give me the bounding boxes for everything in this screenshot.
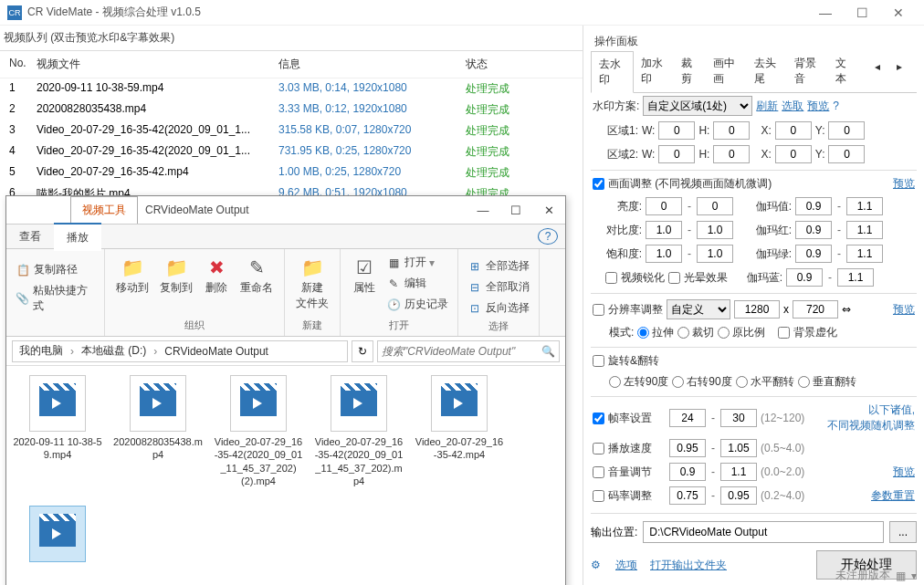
res-w[interactable]	[734, 300, 780, 319]
menu-play[interactable]: 播放	[54, 223, 101, 251]
tab-1[interactable]: 加水印	[634, 51, 675, 92]
br-b[interactable]	[720, 486, 757, 505]
tab-0[interactable]: 去水印	[591, 51, 634, 93]
tab-left-icon[interactable]: ◂	[867, 56, 887, 88]
rot-left[interactable]: 左转90度	[609, 374, 668, 390]
rotate-check[interactable]: 旋转&翻转	[593, 353, 659, 369]
mode-crop[interactable]: 裁切	[677, 325, 714, 340]
layout-icon[interactable]: ▦	[896, 569, 906, 582]
search-box[interactable]: 🔍	[377, 340, 560, 362]
contrast-b[interactable]	[697, 221, 733, 239]
tab-3[interactable]: 画中画	[706, 51, 747, 92]
properties-button[interactable]: ☑属性	[346, 253, 383, 298]
video-row[interactable]: 12020-09-11 10-38-59.mp43.03 MB, 0:14, 1…	[0, 78, 583, 99]
fps-b[interactable]	[720, 409, 757, 427]
explorer-close[interactable]: ✕	[532, 204, 565, 217]
speed-check[interactable]: 播放速度	[593, 441, 666, 456]
tab-6[interactable]: 文本	[828, 51, 860, 92]
options-link[interactable]: 选项	[615, 558, 637, 573]
region1-w[interactable]	[658, 121, 695, 140]
gamma-b-a[interactable]	[786, 268, 823, 287]
refresh-link[interactable]: 刷新	[756, 99, 778, 114]
breadcrumb[interactable]: 我的电脑› 本地磁盘 (D:)› CRVideoMate Output	[12, 340, 348, 362]
swap-icon[interactable]: ⇔	[842, 303, 851, 316]
file-item[interactable]: 20200828035438.mp4	[112, 375, 204, 487]
gamma-b[interactable]	[846, 197, 883, 215]
brightness-a[interactable]	[646, 197, 682, 215]
preview-link-3[interactable]: 预览	[893, 302, 915, 318]
video-row[interactable]: 220200828035438.mp43.33 MB, 0:12, 1920x1…	[0, 99, 583, 120]
select-link[interactable]: 选取	[782, 99, 803, 114]
brightness-b[interactable]	[697, 197, 733, 215]
file-item[interactable]: Video_20-07-29_16-35-42.mp4	[414, 375, 505, 487]
video-row[interactable]: 5Video_20-07-29_16-35-42.mp41.00 MB, 0:2…	[0, 162, 583, 183]
history-button[interactable]: 🕑历史记录	[383, 295, 452, 314]
file-item[interactable]	[12, 506, 103, 562]
file-item[interactable]: Video_20-07-29_16-35-42(2020_09_01_11_45…	[313, 375, 404, 487]
video-row[interactable]: 4Video_20-07-29_16-35-42(2020_09_01_1...…	[0, 141, 583, 162]
sat-b[interactable]	[697, 245, 733, 263]
paste-shortcut-button[interactable]: 📎粘贴快捷方式	[12, 281, 99, 316]
speed-a[interactable]	[669, 439, 706, 457]
volume-check[interactable]: 音量调节	[593, 465, 666, 480]
sharpen-check[interactable]: 视频锐化	[605, 270, 665, 286]
fps-check[interactable]: 帧率设置	[593, 411, 666, 426]
maximize-button[interactable]: ☐	[844, 5, 880, 20]
preview-link-4[interactable]: 预览	[893, 465, 915, 480]
resolution-check[interactable]: 分辨率调整	[593, 302, 663, 318]
picture-adjust-check[interactable]: 画面调整 (不同视频画面随机微调)	[593, 176, 772, 192]
open-button[interactable]: ▦打开▾	[383, 253, 452, 272]
reset-params-link[interactable]: 参数重置	[871, 488, 915, 504]
resolution-mode-select[interactable]: 自定义	[667, 299, 730, 319]
close-button[interactable]: ✕	[880, 5, 917, 20]
preview-link-2[interactable]: 预览	[893, 176, 915, 192]
help-icon[interactable]: ?	[538, 228, 558, 245]
rot-right[interactable]: 右转90度	[672, 374, 731, 390]
fps-a[interactable]	[669, 409, 706, 427]
gamma-g-b[interactable]	[846, 245, 883, 263]
vol-a[interactable]	[669, 463, 706, 481]
menu-view[interactable]: 查看	[6, 224, 54, 250]
search-input[interactable]	[382, 345, 541, 358]
region2-h[interactable]	[713, 145, 750, 163]
region1-y[interactable]	[828, 121, 865, 140]
file-item[interactable]: 2020-09-11 10-38-59.mp4	[12, 375, 103, 487]
open-output-link[interactable]: 打开输出文件夹	[650, 558, 727, 573]
mode-ratio[interactable]: 原比例	[718, 325, 765, 340]
gamma-b-b[interactable]	[837, 268, 874, 287]
halo-check[interactable]: 光晕效果	[668, 270, 728, 286]
bg-blur-check[interactable]: 背景虚化	[778, 325, 837, 340]
region2-x[interactable]	[775, 145, 812, 163]
select-all-button[interactable]: ⊞全部选择	[464, 256, 533, 276]
rename-button[interactable]: ✎重命名	[235, 253, 278, 298]
region2-w[interactable]	[658, 145, 695, 163]
browse-button[interactable]: ...	[889, 521, 917, 543]
output-path[interactable]	[643, 521, 884, 543]
file-item[interactable]: Video_20-07-29_16-35-42(2020_09_01_11_45…	[213, 375, 304, 487]
explorer-tab-video-tools[interactable]: 视频工具	[70, 196, 138, 224]
edit-button[interactable]: ✎编辑	[383, 274, 452, 293]
chevron-down-icon[interactable]: ▾	[911, 569, 917, 582]
speed-b[interactable]	[720, 439, 757, 457]
new-folder-button[interactable]: 📁新建 文件夹	[290, 253, 334, 313]
select-none-button[interactable]: ⊟全部取消	[464, 277, 533, 297]
flip-v[interactable]: 垂直翻转	[798, 374, 856, 390]
explorer-minimize[interactable]: —	[467, 204, 499, 217]
tab-right-icon[interactable]: ▸	[889, 56, 909, 88]
explorer-maximize[interactable]: ☐	[499, 204, 532, 217]
gamma-a[interactable]	[795, 197, 832, 215]
invert-selection-button[interactable]: ⊡反向选择	[464, 298, 533, 318]
mode-stretch[interactable]: 拉伸	[637, 325, 674, 340]
bitrate-check[interactable]: 码率调整	[593, 488, 666, 504]
tab-4[interactable]: 去头尾	[747, 51, 788, 92]
region1-x[interactable]	[775, 121, 812, 140]
gamma-g-a[interactable]	[795, 245, 832, 263]
watermark-scheme-select[interactable]: 自定义区域(1处)	[643, 96, 752, 116]
flip-h[interactable]: 水平翻转	[736, 374, 794, 390]
minimize-button[interactable]: —	[807, 5, 844, 20]
help-icon[interactable]: ?	[833, 99, 839, 112]
delete-button[interactable]: ✖删除	[198, 253, 235, 298]
tab-2[interactable]: 裁剪	[674, 51, 706, 92]
contrast-a[interactable]	[646, 221, 682, 239]
tab-5[interactable]: 背景音	[787, 51, 828, 92]
